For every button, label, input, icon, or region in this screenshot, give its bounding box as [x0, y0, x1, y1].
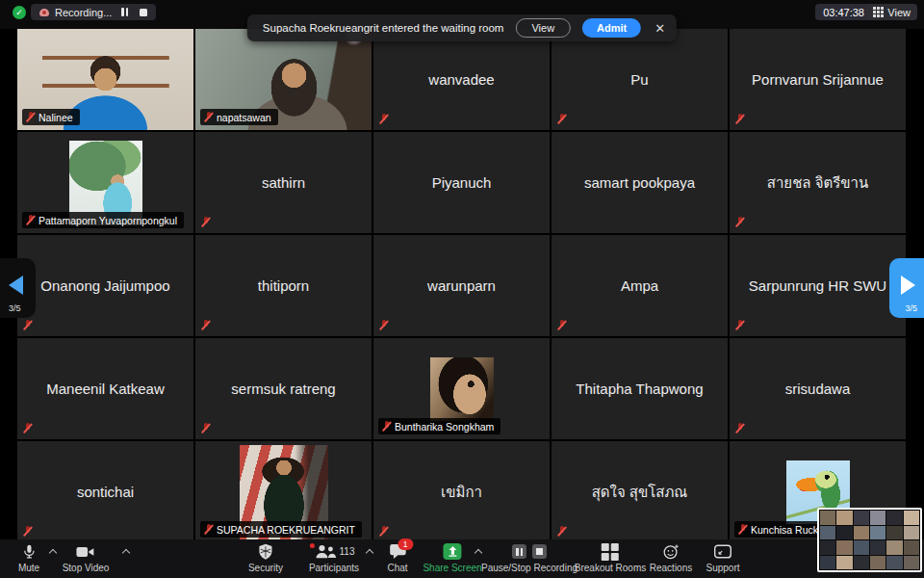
waiting-room-view-button[interactable]: View — [515, 18, 571, 38]
stop-icon[interactable] — [532, 544, 547, 559]
participant-name: SUPACHA ROEKRUEANGRIT — [217, 524, 355, 536]
arrow-left-icon — [9, 276, 23, 295]
support-label: Support — [706, 563, 739, 573]
participant-tile-20[interactable]: sontichai — [17, 441, 193, 542]
reactions-button[interactable]: Reactions — [650, 542, 692, 573]
participant-tile-10[interactable]: Onanong Jaijumpoo — [17, 235, 193, 336]
muted-mic-icon — [26, 214, 35, 226]
participant-tile-17[interactable]: Buntharika Songkham — [373, 338, 550, 439]
muted-mic-icon — [26, 111, 35, 123]
share-screen-icon — [444, 542, 462, 561]
participant-tile-19[interactable]: srisudawa — [730, 338, 906, 439]
participant-tile-15[interactable]: Maneenil Katkeaw — [17, 338, 193, 439]
participant-tile-9[interactable]: สายชล จิตรีขาน — [730, 132, 906, 233]
breakout-rooms-icon — [602, 542, 619, 561]
participant-tile-12[interactable]: warunparn — [373, 235, 550, 336]
waiting-room-admit-button[interactable]: Admit — [582, 18, 641, 38]
gallery-preview-thumbnail[interactable] — [817, 508, 922, 572]
share-screen-button[interactable]: Share Screen — [423, 542, 481, 573]
participant-tile-7[interactable]: Piyanuch — [373, 132, 550, 233]
security-label: Security — [248, 563, 283, 573]
muted-mic-icon — [201, 319, 210, 331]
participant-tile-1[interactable]: napatsawan — [195, 29, 372, 130]
chat-button[interactable]: 1 Chat — [387, 542, 407, 573]
participant-tile-4[interactable]: Pornvarun Srijannue — [730, 29, 906, 130]
meeting-toolbar: Mute Stop Video Security 113 Participant… — [0, 539, 924, 578]
mute-options-chevron[interactable] — [50, 548, 57, 555]
mute-button[interactable]: Mute — [18, 542, 39, 573]
stop-video-label: Stop Video — [63, 563, 110, 573]
participant-name-chip: Nalinee — [22, 109, 80, 125]
muted-mic-icon — [557, 319, 566, 331]
view-button[interactable]: View — [866, 4, 917, 20]
microphone-icon — [20, 542, 37, 561]
participants-options-chevron[interactable] — [367, 548, 373, 555]
muted-mic-icon — [23, 422, 32, 434]
muted-mic-icon — [557, 525, 566, 538]
participant-tile-13[interactable]: Ampa — [552, 235, 728, 336]
participant-name: Piyanuch — [373, 132, 550, 233]
participant-tile-16[interactable]: sermsuk ratreng — [195, 338, 372, 439]
participant-name: Pu — [552, 29, 728, 130]
view-label: View — [887, 7, 911, 18]
participant-name: samart pookpaya — [552, 132, 728, 233]
participant-name: สายชล จิตรีขาน — [730, 132, 906, 233]
participants-button[interactable]: 113 Participants — [309, 542, 359, 573]
chat-label: Chat — [387, 563, 407, 573]
participants-count: 113 — [340, 546, 355, 557]
chat-bubble-icon: 1 — [389, 542, 406, 561]
waiting-room-message: Supacha Roekrueangrit entered the waitin… — [263, 22, 504, 34]
participant-tile-23[interactable]: สุดใจ สุขโสภณ — [552, 441, 728, 542]
support-button[interactable]: Support — [706, 542, 739, 573]
participant-name: sathirn — [195, 132, 372, 233]
participant-name-chip: Pattamaporn Yuvapornpongkul — [22, 212, 184, 228]
participant-name: napatsawan — [217, 112, 271, 123]
stop-video-button[interactable]: Stop Video — [63, 542, 110, 573]
arrow-right-icon — [901, 276, 915, 295]
participant-tile-21[interactable]: SUPACHA ROEKRUEANGRIT — [195, 441, 372, 542]
participant-tile-6[interactable]: sathirn — [195, 132, 372, 233]
previous-page-button[interactable]: 3/5 — [0, 258, 36, 318]
participant-name: wanvadee — [373, 29, 550, 130]
stop-recording-icon[interactable] — [140, 9, 147, 16]
breakout-rooms-label: Breakout Rooms — [575, 563, 646, 573]
recording-label: Recording... — [55, 7, 112, 18]
participant-tile-0[interactable]: Nalinee — [17, 29, 193, 130]
participants-label: Participants — [309, 563, 359, 573]
next-page-button[interactable]: 3/5 — [889, 258, 924, 318]
participant-tile-2[interactable]: wanvadee — [373, 29, 550, 130]
muted-mic-icon — [204, 523, 213, 536]
muted-mic-icon — [23, 525, 32, 538]
participant-tile-18[interactable]: Thitapha Thapwong — [552, 338, 728, 439]
participant-tile-5[interactable]: Pattamaporn Yuvapornpongkul — [17, 132, 193, 233]
video-options-chevron[interactable] — [123, 548, 130, 555]
participant-name-chip: SUPACHA ROEKRUEANGRIT — [200, 521, 362, 538]
pause-recording-icon[interactable] — [121, 8, 128, 16]
participant-name-chip: Buntharika Songkham — [378, 418, 500, 434]
recording-controls-icons — [509, 542, 550, 561]
pause-stop-recording-button[interactable]: Pause/Stop Recording — [481, 542, 578, 573]
participant-tile-14[interactable]: Sarpunrung HR SWU — [730, 235, 906, 336]
reactions-label: Reactions — [650, 563, 692, 573]
participant-tile-3[interactable]: Pu — [552, 29, 728, 130]
share-screen-label: Share Screen — [423, 563, 481, 573]
muted-mic-icon — [201, 216, 210, 228]
muted-mic-icon — [204, 111, 213, 123]
breakout-rooms-button[interactable]: Breakout Rooms — [575, 542, 646, 573]
muted-mic-icon — [735, 422, 744, 434]
participant-name: Maneenil Katkeaw — [17, 338, 193, 439]
security-button[interactable]: Security — [248, 542, 283, 573]
notification-dot — [310, 543, 315, 548]
participant-tile-22[interactable]: เขมิกา — [373, 441, 550, 542]
pause-icon[interactable] — [512, 544, 526, 559]
participant-tile-8[interactable]: samart pookpaya — [552, 132, 728, 233]
muted-mic-icon — [379, 319, 388, 331]
participant-name: สุดใจ สุขโสภณ — [552, 441, 728, 542]
cloud-recording-icon — [39, 9, 49, 16]
participant-grid: Nalinee napatsawan wanvadee Pu Pornvarun… — [17, 29, 906, 542]
banner-close-icon[interactable]: ✕ — [654, 21, 665, 36]
waiting-room-banner: Supacha Roekrueangrit entered the waitin… — [247, 14, 677, 41]
video-camera-icon — [76, 542, 95, 561]
participant-tile-11[interactable]: thitiporn — [195, 235, 372, 336]
muted-mic-icon — [557, 113, 566, 125]
